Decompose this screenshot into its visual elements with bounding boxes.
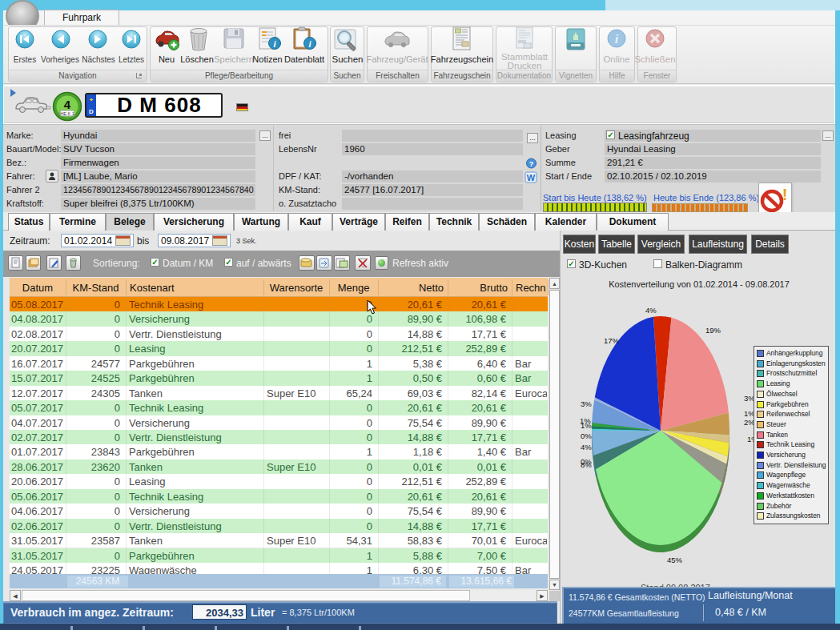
svg-text:?: ?	[529, 160, 534, 168]
svg-text:HE K 1: HE K 1	[60, 111, 74, 116]
svg-text:W: W	[527, 173, 536, 183]
svg-text:4: 4	[64, 98, 71, 111]
svg-text:!: !	[782, 186, 788, 203]
